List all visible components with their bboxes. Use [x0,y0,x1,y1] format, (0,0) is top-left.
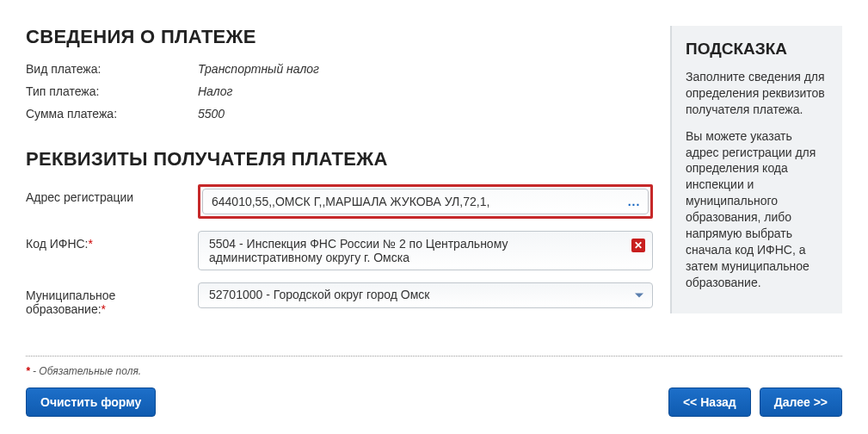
hint-paragraph-1: Заполните сведения для определения рекви… [686,69,828,118]
back-button[interactable]: << Назад [668,388,751,417]
label-payment-type: Тип платежа: [26,84,198,98]
row-payment-type: Тип платежа: Налог [26,84,653,98]
required-mark-icon: * [89,237,93,251]
label-payment-kind: Вид платежа: [26,62,198,76]
clear-form-button[interactable]: Очистить форму [26,388,156,417]
chevron-down-icon[interactable] [635,294,643,298]
label-municipality: Муниципальное образование:* [26,282,198,316]
value-payment-amount: 5500 [198,107,653,121]
row-address: Адрес регистрации ... [26,184,653,219]
close-icon: ✕ [634,240,643,251]
label-address: Адрес регистрации [26,184,198,204]
row-ifns: Код ИФНС:* 5504 - Инспекция ФНС России №… [26,231,653,270]
row-payment-amount: Сумма платежа: 5500 [26,107,653,121]
row-payment-kind: Вид платежа: Транспортный налог [26,62,653,76]
ifns-value: 5504 - Инспекция ФНС России № 2 по Центр… [209,237,508,264]
address-input[interactable] [202,189,649,214]
label-ifns: Код ИФНС:* [26,231,198,251]
hint-title: ПОДСКАЗКА [686,40,828,59]
required-mark-icon: * [102,302,106,316]
value-payment-kind: Транспортный налог [198,62,653,76]
required-fields-note: * - Обязательные поля. [26,365,842,377]
municipality-select[interactable]: 52701000 - Городской округ город Омск [198,282,653,308]
label-ifns-text: Код ИФНС: [26,237,89,251]
ellipsis-icon: ... [628,195,641,208]
ifns-select[interactable]: 5504 - Инспекция ФНС России № 2 по Центр… [198,231,653,270]
label-payment-amount: Сумма платежа: [26,107,198,121]
municipality-value: 52701000 - Городской округ город Омск [209,288,429,301]
section-recipient-title: РЕКВИЗИТЫ ПОЛУЧАТЕЛЯ ПЛАТЕЖА [26,148,653,170]
button-bar: Очистить форму << Назад Далее >> [26,388,842,417]
ifns-clear-button[interactable]: ✕ [631,239,645,252]
value-payment-type: Налог [198,84,653,98]
next-button[interactable]: Далее >> [760,388,842,417]
section-payment-title: СВЕДЕНИЯ О ПЛАТЕЖЕ [26,26,653,48]
hint-panel: ПОДСКАЗКА Заполните сведения для определ… [670,26,842,313]
address-highlight: ... [198,184,653,219]
divider [26,356,842,356]
address-picker-button[interactable]: ... [625,192,643,211]
row-municipality: Муниципальное образование:* 52701000 - Г… [26,282,653,316]
hint-paragraph-2: Вы можете указать адрес регистрации для … [686,128,828,291]
required-note-text: - Обязательные поля. [30,365,142,377]
